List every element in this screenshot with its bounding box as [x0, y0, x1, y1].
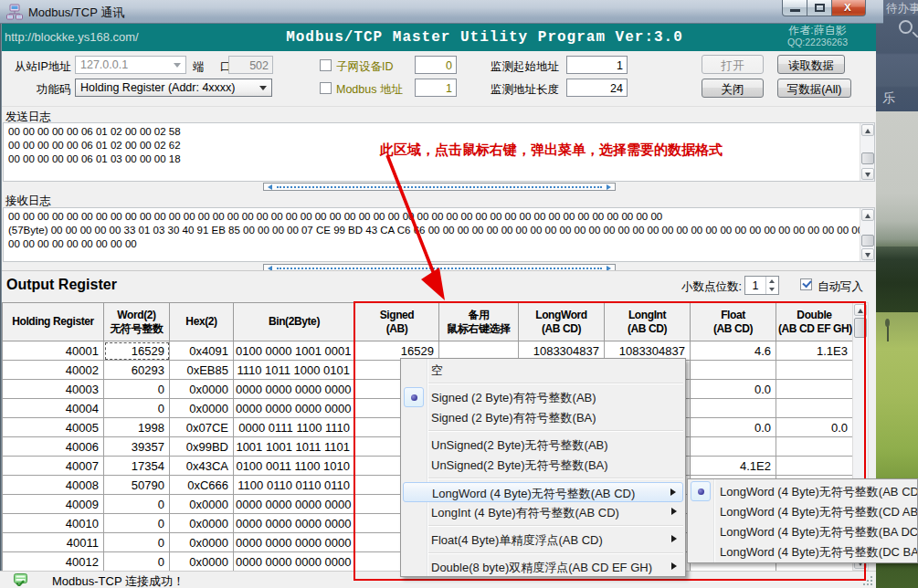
table-cell[interactable]: 0x0000 [170, 533, 234, 552]
submenu-item[interactable]: LongWord (4 Byte)无符号整数(CD AB) [690, 501, 915, 521]
menu-item[interactable]: Double(8 byte)双精度浮点(AB CD EF GH) [403, 557, 683, 577]
table-cell[interactable]: 0000 0000 0000 0000 [234, 514, 355, 533]
modbus-address-field[interactable] [415, 79, 457, 97]
table-cell[interactable]: 40010 [3, 514, 104, 533]
menu-item[interactable]: LongWord (4 Byte)无符号整数(AB CD) [403, 482, 683, 502]
submenu-item[interactable]: LongWord (4 Byte)无符号整数(BA DC) [690, 521, 915, 541]
scroll-up-button[interactable] [861, 124, 874, 136]
read-data-button[interactable]: 读取数据 [777, 55, 845, 74]
table-cell[interactable]: 40011 [3, 533, 104, 552]
table-cell[interactable]: 0 [104, 399, 170, 418]
table-cell[interactable]: 40004 [3, 399, 104, 418]
table-cell[interactable]: 40006 [3, 437, 104, 457]
scroll-thumb[interactable] [854, 318, 867, 338]
table-cell[interactable]: 0x4091 [170, 341, 234, 361]
table-cell[interactable]: 60293 [104, 361, 170, 380]
scroll-up-button[interactable] [854, 304, 867, 316]
table-cell[interactable]: 0.0 [691, 418, 776, 437]
menu-item[interactable]: Float(4 Byte)单精度浮点(AB CD) [403, 530, 683, 550]
table-cell[interactable]: 40012 [3, 552, 104, 572]
table-cell[interactable]: 0000 0000 0000 0000 [234, 380, 355, 399]
table-cell[interactable]: 40003 [3, 380, 104, 399]
table-cell[interactable]: 17354 [104, 457, 170, 476]
table-cell[interactable]: 0x0000 [170, 552, 234, 572]
table-cell[interactable]: 0 [104, 380, 170, 399]
scroll-down-button[interactable] [861, 248, 874, 260]
table-cell[interactable]: 0000 0000 0000 0000 [234, 552, 355, 572]
table-cell[interactable]: 0x0000 [170, 514, 234, 533]
table-cell[interactable]: 0100 0000 1001 0001 [234, 341, 355, 361]
table-cell[interactable]: 0x43CA [170, 457, 234, 476]
table-cell[interactable]: 0x0000 [170, 495, 234, 514]
send-log-trackbar[interactable] [263, 183, 616, 191]
scroll-thumb[interactable] [861, 152, 874, 164]
scroll-up-button[interactable] [861, 209, 874, 221]
table-cell[interactable] [776, 380, 853, 399]
table-cell[interactable] [691, 361, 776, 380]
table-cell[interactable]: 4.1E2 [691, 457, 776, 476]
table-cell[interactable]: 0xEB85 [170, 361, 234, 380]
send-log-scrollbar[interactable] [860, 123, 874, 181]
table-cell[interactable]: 0x99BD [170, 437, 234, 457]
menu-item[interactable]: 空 [403, 360, 683, 380]
table-cell[interactable] [776, 457, 853, 476]
table-cell[interactable]: 0xC666 [170, 476, 234, 495]
table-cell[interactable]: 0000 0000 0000 0000 [234, 533, 355, 552]
table-cell[interactable]: 0 [104, 552, 170, 572]
table-cell[interactable]: 1.1E3 [776, 341, 853, 361]
table-cell[interactable]: 4.6 [691, 341, 776, 361]
table-cell[interactable]: 0000 0000 0000 0000 [234, 399, 355, 418]
menu-item[interactable]: UnSigned(2 Byte)无符号整数(AB) [403, 435, 683, 455]
title-bar[interactable]: Modbus/TCP 通讯 X [0, 0, 883, 24]
table-cell[interactable]: 40009 [3, 495, 104, 514]
table-cell[interactable]: 40001 [3, 341, 104, 361]
table-cell[interactable]: 1110 1011 1000 0101 [234, 361, 355, 380]
table-cell[interactable]: 0 [104, 514, 170, 533]
modbus-address-checkbox[interactable] [320, 82, 332, 94]
table-cell[interactable]: 1100 0110 0110 0110 [234, 476, 355, 495]
table-cell[interactable]: 50790 [104, 476, 170, 495]
maximize-button[interactable] [807, 0, 832, 16]
monitor-start-field[interactable] [566, 56, 628, 74]
submenu-item[interactable]: LongWord (4 Byte)无符号整数(AB CD) [690, 481, 915, 501]
menu-item[interactable]: Signed (2 Byte)有符号整数(BA) [403, 407, 683, 427]
table-cell[interactable]: 1001 1001 1011 1101 [234, 437, 355, 457]
minimize-button[interactable] [782, 0, 807, 16]
slave-ip-combobox[interactable]: 127.0.0.1 [75, 56, 186, 74]
table-cell[interactable]: 0000 0000 0000 0000 [234, 495, 355, 514]
receive-log-scrollbar[interactable] [860, 208, 874, 261]
table-cell[interactable]: 16529 [104, 341, 170, 361]
table-cell[interactable]: 40002 [3, 361, 104, 380]
write-data-button[interactable]: 写数据(All) [777, 79, 851, 98]
table-cell[interactable]: 39357 [104, 437, 170, 457]
subnet-id-field[interactable] [415, 56, 457, 74]
table-cell[interactable] [776, 437, 853, 457]
table-cell[interactable]: 0x07CE [170, 418, 234, 437]
table-cell[interactable]: 1998 [104, 418, 170, 437]
table-cell[interactable]: 40008 [3, 476, 104, 495]
close-button[interactable]: X [831, 0, 866, 16]
table-cell[interactable]: 0.0 [691, 380, 776, 399]
table-cell[interactable]: 0x0000 [170, 380, 234, 399]
menu-item[interactable]: Signed (2 Byte)有符号整数(AB) [403, 387, 683, 407]
table-cell[interactable]: 0 [104, 533, 170, 552]
port-field[interactable] [228, 56, 273, 74]
close-connection-button[interactable]: 关闭 [702, 79, 764, 98]
table-cell[interactable]: 0 [104, 495, 170, 514]
menu-item[interactable]: UnSigned(2 Byte)无符号整数(BA) [403, 455, 683, 475]
table-cell[interactable] [691, 399, 776, 418]
scroll-down-button[interactable] [861, 168, 874, 180]
table-cell[interactable]: 0x0000 [170, 399, 234, 418]
subnet-id-checkbox[interactable] [320, 59, 332, 71]
auto-write-checkbox[interactable] [800, 278, 812, 290]
table-cell[interactable] [776, 399, 853, 418]
table-cell[interactable] [776, 361, 853, 380]
receive-log-box[interactable]: 00 00 00 00 00 00 00 00 00 00 00 00 00 0… [3, 207, 875, 262]
table-cell[interactable]: 40007 [3, 457, 104, 476]
table-cell[interactable]: 0000 0111 1100 1110 [234, 418, 355, 437]
menu-item[interactable]: LongInt (4 Byte)有符号整数(AB CD) [403, 502, 683, 522]
table-cell[interactable]: 40005 [3, 418, 104, 437]
decimal-places-spinner[interactable]: 1 [744, 276, 779, 295]
resize-grip[interactable] [862, 575, 873, 586]
submenu-item[interactable]: LongWord (4 Byte)无符号整数(DC BA) [690, 541, 915, 562]
